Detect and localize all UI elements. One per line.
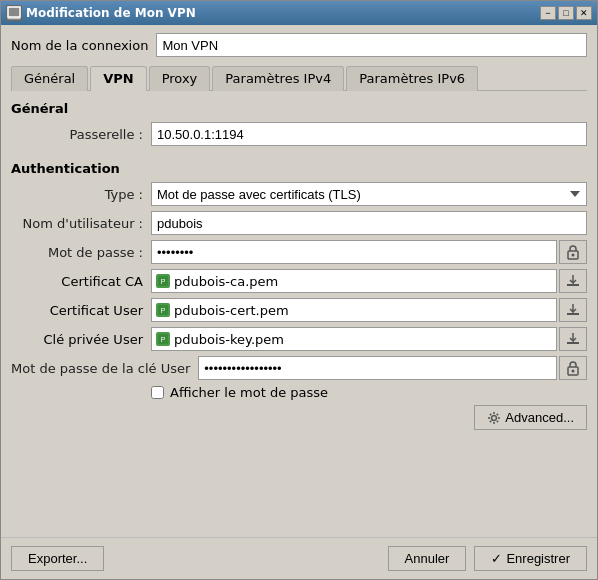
svg-line-21 xyxy=(490,413,491,414)
user-cert-input-area: P pdubois-cert.pem xyxy=(151,298,557,322)
connection-name-row: Nom de la connexion xyxy=(11,33,587,57)
password-row: Mot de passe : xyxy=(11,240,587,264)
maximize-button[interactable]: □ xyxy=(558,6,574,20)
gear-icon xyxy=(487,411,501,425)
cancel-button[interactable]: Annuler xyxy=(388,546,467,571)
key-password-input[interactable] xyxy=(198,356,557,380)
main-window: Modification de Mon VPN − □ ✕ Nom de la … xyxy=(0,0,598,580)
key-password-row: Mot de passe de la clé User xyxy=(11,356,587,380)
svg-rect-2 xyxy=(8,17,20,19)
ca-cert-label: Certificat CA xyxy=(11,274,151,289)
user-cert-icon: P xyxy=(156,303,170,317)
tab-vpn[interactable]: VPN xyxy=(90,66,146,91)
type-label: Type : xyxy=(11,187,151,202)
svg-text:P: P xyxy=(161,278,166,285)
titlebar-left: Modification de Mon VPN xyxy=(6,5,196,21)
private-key-row: Clé privée User P pdubois-key.pem xyxy=(11,327,587,351)
svg-line-22 xyxy=(497,420,498,421)
user-cert-value: pdubois-cert.pem xyxy=(174,303,552,318)
svg-text:P: P xyxy=(161,336,166,343)
password-field-group xyxy=(151,240,587,264)
svg-rect-7 xyxy=(567,284,579,286)
type-select[interactable]: Mot de passe avec certificats (TLS) xyxy=(151,182,587,206)
username-label: Nom d'utilisateur : xyxy=(11,216,151,231)
user-cert-label: Certificat User xyxy=(11,303,151,318)
close-button[interactable]: ✕ xyxy=(576,6,592,20)
auth-section: Authentication Type : Mot de passe avec … xyxy=(11,161,587,430)
minimize-button[interactable]: − xyxy=(540,6,556,20)
private-key-icon: P xyxy=(156,332,170,346)
advanced-button[interactable]: Advanced... xyxy=(474,405,587,430)
titlebar: Modification de Mon VPN − □ ✕ xyxy=(1,1,597,25)
show-password-label[interactable]: Afficher le mot de passe xyxy=(170,385,328,400)
gateway-row: Passerelle : xyxy=(11,122,587,146)
user-cert-upload-button[interactable] xyxy=(559,298,587,322)
gateway-input[interactable] xyxy=(151,122,587,146)
key-password-label: Mot de passe de la clé User xyxy=(11,361,198,376)
save-button-label: Enregistrer xyxy=(506,551,570,566)
svg-rect-13 xyxy=(567,342,579,344)
gateway-label: Passerelle : xyxy=(11,127,151,142)
key-password-field-group xyxy=(198,356,587,380)
password-label: Mot de passe : xyxy=(11,245,151,260)
bottom-left: Exporter... xyxy=(11,546,104,571)
show-password-checkbox[interactable] xyxy=(151,386,164,399)
private-key-upload-button[interactable] xyxy=(559,327,587,351)
general-section: Général Passerelle : xyxy=(11,101,587,151)
type-row: Type : Mot de passe avec certificats (TL… xyxy=(11,182,587,206)
svg-rect-10 xyxy=(567,313,579,315)
window-title: Modification de Mon VPN xyxy=(26,6,196,20)
svg-line-24 xyxy=(490,420,491,421)
user-cert-row: Certificat User P pdubois-cert.pem xyxy=(11,298,587,322)
ca-cert-value: pdubois-ca.pem xyxy=(174,274,552,289)
ca-cert-input-area: P pdubois-ca.pem xyxy=(151,269,557,293)
password-input[interactable] xyxy=(151,240,557,264)
svg-rect-1 xyxy=(10,9,18,15)
save-checkmark-icon: ✓ xyxy=(491,551,502,566)
tab-ipv4[interactable]: Paramètres IPv4 xyxy=(212,66,344,91)
show-password-row: Afficher le mot de passe xyxy=(151,385,587,400)
svg-text:P: P xyxy=(161,307,166,314)
ca-cert-row: Certificat CA P pdubois-ca.pem xyxy=(11,269,587,293)
bottom-right: Annuler ✓ Enregistrer xyxy=(388,546,587,571)
private-key-input-area: P pdubois-key.pem xyxy=(151,327,557,351)
titlebar-buttons: − □ ✕ xyxy=(540,6,592,20)
window-icon xyxy=(6,5,22,21)
connection-name-label: Nom de la connexion xyxy=(11,38,148,53)
svg-point-4 xyxy=(572,254,575,257)
general-section-title: Général xyxy=(11,101,587,116)
svg-point-16 xyxy=(492,415,497,420)
content-area: Nom de la connexion Général VPN Proxy Pa… xyxy=(1,25,597,537)
tab-ipv6[interactable]: Paramètres IPv6 xyxy=(346,66,478,91)
advanced-button-label: Advanced... xyxy=(505,410,574,425)
svg-line-23 xyxy=(497,413,498,414)
save-button[interactable]: ✓ Enregistrer xyxy=(474,546,587,571)
key-password-lock-icon[interactable] xyxy=(559,356,587,380)
auth-section-title: Authentication xyxy=(11,161,587,176)
ca-cert-upload-button[interactable] xyxy=(559,269,587,293)
connection-name-input[interactable] xyxy=(156,33,587,57)
private-key-label: Clé privée User xyxy=(11,332,151,347)
private-key-value: pdubois-key.pem xyxy=(174,332,552,347)
tab-general[interactable]: Général xyxy=(11,66,88,91)
password-lock-icon[interactable] xyxy=(559,240,587,264)
tab-bar: Général VPN Proxy Paramètres IPv4 Paramè… xyxy=(11,65,587,91)
ca-cert-icon: P xyxy=(156,274,170,288)
username-row: Nom d'utilisateur : xyxy=(11,211,587,235)
export-button[interactable]: Exporter... xyxy=(11,546,104,571)
tab-proxy[interactable]: Proxy xyxy=(149,66,211,91)
advanced-row: Advanced... xyxy=(11,405,587,430)
username-input[interactable] xyxy=(151,211,587,235)
bottom-bar: Exporter... Annuler ✓ Enregistrer xyxy=(1,537,597,579)
svg-point-15 xyxy=(572,370,575,373)
